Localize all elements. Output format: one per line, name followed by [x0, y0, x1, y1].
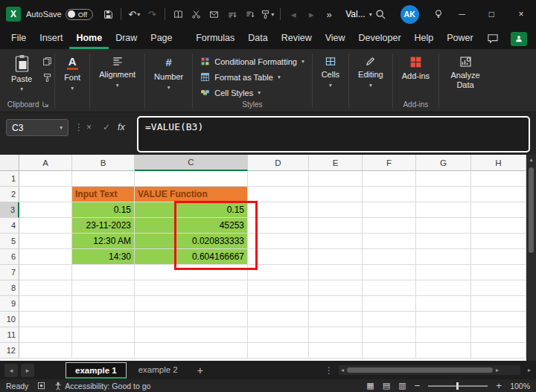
cell-G1[interactable] — [416, 171, 471, 187]
normal-view-button[interactable]: ▦ — [366, 381, 374, 391]
row-header-3[interactable]: 3 — [0, 202, 19, 218]
number-group-button[interactable]: # Number ▾ — [147, 51, 190, 112]
cancel-button[interactable]: × — [86, 122, 92, 132]
cell-C2[interactable]: VALUE Function — [135, 187, 248, 202]
cell-A10[interactable] — [19, 312, 72, 327]
sheet-nav-prev-button[interactable]: ◂ — [4, 364, 18, 377]
cell-H6[interactable] — [471, 249, 526, 265]
zoom-in-button[interactable]: + — [496, 380, 502, 391]
accessibility-status[interactable]: Accessibility: Good to go — [54, 382, 150, 391]
scroll-right-icon[interactable]: ▸ — [494, 367, 501, 373]
cell-D3[interactable] — [248, 202, 309, 218]
cell-F12[interactable] — [363, 343, 416, 359]
cell-C3[interactable]: 0.15 — [135, 202, 248, 218]
cell-H11[interactable] — [471, 327, 526, 343]
cell-F7[interactable] — [363, 265, 416, 280]
column-header-D[interactable]: D — [248, 155, 309, 171]
qat-overflow-button[interactable]: » — [320, 4, 338, 25]
cell-B4[interactable]: 23-11-2023 — [72, 218, 135, 234]
search-button[interactable] — [372, 4, 390, 25]
cell-B7[interactable] — [72, 265, 135, 280]
nav-back-button[interactable]: ◂ — [284, 4, 302, 25]
cell-F11[interactable] — [363, 327, 416, 343]
menu-formulas[interactable]: Formulas — [189, 28, 241, 49]
insert-function-button[interactable]: fx — [118, 122, 125, 132]
sheet-tab-example-1[interactable]: example 1 — [66, 362, 127, 379]
workbook-title[interactable]: Val... ▾ — [345, 9, 371, 19]
cell-A9[interactable] — [19, 296, 72, 312]
cell-H4[interactable] — [471, 218, 526, 234]
column-header-C[interactable]: C — [135, 155, 248, 171]
cell-H8[interactable] — [471, 280, 526, 296]
minimize-button[interactable]: ─ — [447, 0, 477, 28]
menu-draw[interactable]: Draw — [109, 28, 144, 49]
cell-D1[interactable] — [248, 171, 309, 187]
row-header-1[interactable]: 1 — [0, 171, 19, 187]
menu-file[interactable]: File — [4, 28, 33, 49]
cell-E11[interactable] — [309, 327, 363, 343]
page-layout-view-button[interactable]: ▤ — [383, 381, 390, 391]
cell-C11[interactable] — [135, 327, 248, 343]
format-as-table-button[interactable]: Format as Table ▾ — [195, 69, 309, 85]
menu-insert[interactable]: Insert — [33, 28, 69, 49]
cell-A5[interactable] — [19, 234, 72, 249]
zoom-level[interactable]: 100% — [510, 382, 530, 391]
menu-home[interactable]: Home — [69, 28, 109, 49]
column-header-G[interactable]: G — [416, 155, 471, 171]
cell-F10[interactable] — [363, 312, 416, 327]
sheet-nav-next-button[interactable]: ▸ — [21, 364, 34, 377]
vertical-scroll-thumb[interactable] — [529, 167, 534, 253]
row-header-11[interactable]: 11 — [0, 327, 19, 343]
autosave-switch[interactable]: Off — [66, 9, 94, 20]
cell-H7[interactable] — [471, 265, 526, 280]
analyze-data-button[interactable]: Analyze Data — [441, 51, 489, 112]
cell-G12[interactable] — [416, 343, 471, 359]
cell-B3[interactable]: 0.15 — [72, 202, 135, 218]
alignment-group-button[interactable]: Alignment ▾ — [92, 51, 142, 112]
sheet-tab-example-2[interactable]: example 2 — [130, 362, 187, 379]
cell-D11[interactable] — [248, 327, 309, 343]
cell-G10[interactable] — [416, 312, 471, 327]
name-box-handle-icon[interactable]: ⋮ — [74, 122, 83, 132]
insights-button[interactable] — [430, 4, 447, 25]
cell-C12[interactable] — [135, 343, 248, 359]
row-header-4[interactable]: 4 — [0, 218, 19, 234]
row-header-6[interactable]: 6 — [0, 249, 19, 265]
cell-D5[interactable] — [248, 234, 309, 249]
cell-E1[interactable] — [309, 171, 363, 187]
cell-C7[interactable] — [135, 265, 248, 280]
user-avatar[interactable]: AK — [401, 5, 419, 24]
enter-button[interactable]: ✓ — [103, 122, 110, 132]
cell-C1[interactable] — [135, 171, 248, 187]
cell-E6[interactable] — [309, 249, 363, 265]
menu-page-layout[interactable]: Page Layout — [144, 28, 189, 49]
editing-group-button[interactable]: Editing ▾ — [351, 51, 390, 112]
menu-developer[interactable]: Developer — [352, 28, 408, 49]
menu-help[interactable]: Help — [408, 28, 441, 49]
cell-F9[interactable] — [363, 296, 416, 312]
cell-C10[interactable] — [135, 312, 248, 327]
cell-H12[interactable] — [471, 343, 526, 359]
cell-E2[interactable] — [309, 187, 363, 202]
cell-E5[interactable] — [309, 234, 363, 249]
cell-D7[interactable] — [248, 265, 309, 280]
row-header-5[interactable]: 5 — [0, 234, 19, 249]
cell-B1[interactable] — [72, 171, 135, 187]
autosave-toggle[interactable]: AutoSave Off — [26, 9, 93, 20]
name-box[interactable]: C3 ▾ — [6, 119, 68, 136]
sort-ascending-button[interactable] — [223, 4, 240, 25]
cell-E8[interactable] — [309, 280, 363, 296]
cell-B6[interactable]: 14:30 — [72, 249, 135, 265]
redo-button[interactable]: ↷ — [143, 4, 161, 25]
cell-A1[interactable] — [19, 171, 72, 187]
cell-G6[interactable] — [416, 249, 471, 265]
cell-A3[interactable] — [19, 202, 72, 218]
cell-B10[interactable] — [72, 312, 135, 327]
cell-H3[interactable] — [471, 202, 526, 218]
zoom-slider-thumb[interactable] — [456, 382, 459, 390]
cells-group-button[interactable]: Cells ▾ — [315, 51, 346, 112]
cell-G5[interactable] — [416, 234, 471, 249]
zoom-slider[interactable] — [428, 385, 488, 387]
save-button[interactable] — [99, 4, 117, 25]
column-header-H[interactable]: H — [471, 155, 526, 171]
